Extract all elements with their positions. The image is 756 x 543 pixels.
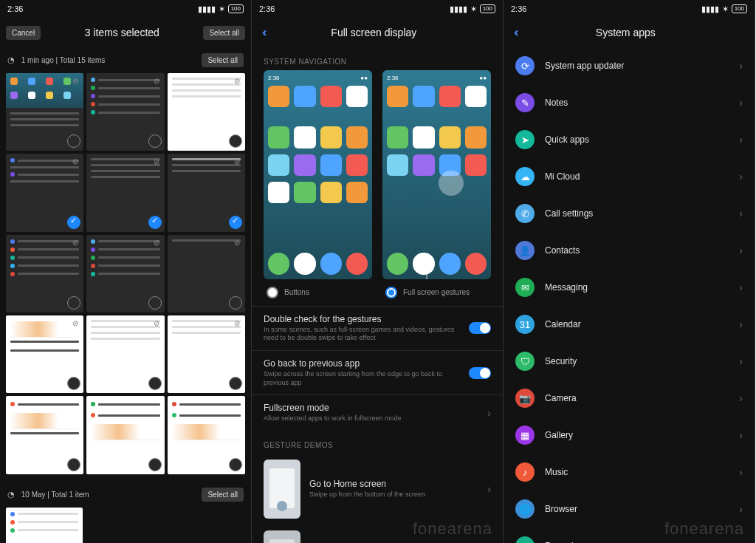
status-bar: 2:36 ▮▮▮▮ ✶ 100 xyxy=(0,0,251,18)
thumb[interactable]: ⊘ xyxy=(86,154,164,231)
app-item-messaging[interactable]: ✉Messaging› xyxy=(504,269,755,306)
thumb[interactable]: ⊘ xyxy=(6,235,83,313)
app-label: Call settings xyxy=(545,208,729,219)
thumb[interactable]: ⊘ xyxy=(168,73,245,151)
toggle-switch[interactable] xyxy=(469,322,491,334)
phone-gallery-selection: 2:36 ▮▮▮▮ ✶ 100 Cancel 3 items selected … xyxy=(0,0,252,543)
status-right: ▮▮▮▮ ✶ 100 xyxy=(450,4,495,14)
toggle-switch[interactable] xyxy=(469,367,491,379)
selection-mark[interactable] xyxy=(148,296,162,310)
selection-mark[interactable] xyxy=(148,216,162,229)
selection-mark[interactable] xyxy=(67,216,80,229)
thumb[interactable]: ⊘ xyxy=(6,315,83,393)
system-apps-header: ‹‹ System apps xyxy=(504,18,755,47)
app-icon: ● xyxy=(515,536,535,543)
selection-mark[interactable] xyxy=(148,377,162,390)
chevron-right-icon: › xyxy=(739,540,743,543)
group-1-select-all[interactable]: Select all xyxy=(202,53,244,67)
status-time: 2:36 xyxy=(511,4,526,13)
nav-choice-buttons[interactable]: 2:36●● xyxy=(264,70,372,298)
chevron-right-icon: › xyxy=(739,245,743,256)
settings-header: ‹‹ Full screen display xyxy=(252,18,503,47)
app-item-quick-apps[interactable]: ➤Quick apps› xyxy=(504,121,755,158)
select-all-button[interactable]: Select all xyxy=(203,26,245,40)
app-label: Mi Cloud xyxy=(545,171,729,182)
app-icon: ✆ xyxy=(515,204,535,223)
radio-icon xyxy=(385,287,397,298)
app-item-notes[interactable]: ✎Notes› xyxy=(504,84,755,121)
status-bar: 2:36 ▮▮▮▮ ✶ 100 xyxy=(504,0,755,18)
app-label: Notes xyxy=(545,98,729,108)
app-item-call-settings[interactable]: ✆Call settings› xyxy=(504,195,755,232)
thumb[interactable]: ⊘ xyxy=(86,315,164,393)
app-item-browser[interactable]: 🌐Browser› xyxy=(504,491,755,527)
group-2-label: ◔ 10 May | Total 1 item xyxy=(7,490,89,499)
section-demos-label: GESTURE DEMOS xyxy=(252,431,503,454)
gallery-scroll[interactable]: ◔ 1 min ago | Total 15 items Select all … xyxy=(0,47,251,543)
app-icon: 🛡 xyxy=(515,352,535,371)
app-item-music[interactable]: ♪Music› xyxy=(504,454,755,491)
status-right: ▮▮▮▮ ✶ 100 xyxy=(701,4,747,14)
thumb[interactable]: ⊘ xyxy=(168,235,245,313)
setting-title: Double check for the gestures xyxy=(264,314,461,324)
app-item-contacts[interactable]: 👤Contacts› xyxy=(504,232,755,269)
app-item-camera[interactable]: 📷Camera› xyxy=(504,380,755,417)
radio-gestures[interactable]: Full screen gestures xyxy=(382,287,470,298)
demo-go-home[interactable]: Go to Home screen Swipe up from the bott… xyxy=(252,454,503,525)
battery-icon: 100 xyxy=(228,4,244,13)
system-apps-list[interactable]: ⟳System app updater›✎Notes›➤Quick apps›☁… xyxy=(504,47,755,543)
chevron-right-icon: › xyxy=(487,483,491,495)
thumb[interactable] xyxy=(6,508,83,543)
radio-buttons[interactable]: Buttons xyxy=(264,287,309,298)
radio-label: Buttons xyxy=(284,288,309,296)
settings-scroll[interactable]: SYSTEM NAVIGATION 2:36●● xyxy=(252,47,503,543)
setting-title: Go back to previous app xyxy=(264,358,461,369)
setting-double-check[interactable]: Double check for the gestures In some sc… xyxy=(252,306,503,350)
selection-mark[interactable] xyxy=(229,296,242,310)
thumb[interactable]: ⊘ xyxy=(86,73,164,151)
thumb[interactable] xyxy=(6,396,83,474)
app-item-security[interactable]: 🛡Security› xyxy=(504,343,755,380)
section-navigation-label: SYSTEM NAVIGATION xyxy=(252,47,503,70)
thumb[interactable] xyxy=(86,396,164,474)
thumb[interactable]: ⊘ xyxy=(6,73,83,151)
group-1-header: ◔ 1 min ago | Total 15 items Select all xyxy=(0,47,251,73)
app-item-mi-cloud[interactable]: ☁Mi Cloud› xyxy=(504,158,755,195)
setting-go-back[interactable]: Go back to previous app Swipe across the… xyxy=(252,350,503,395)
nosync-icon: ⊘ xyxy=(151,238,162,248)
back-button[interactable]: ‹‹ xyxy=(258,26,269,39)
demo-next[interactable] xyxy=(252,525,503,543)
selection-mark[interactable] xyxy=(229,216,242,229)
nosync-icon: ⊘ xyxy=(70,238,80,248)
back-button[interactable]: ‹‹ xyxy=(509,26,520,39)
app-item-gallery[interactable]: ▦Gallery› xyxy=(504,417,755,454)
setting-fullscreen-mode[interactable]: Fullscreen mode Allow selected apps to w… xyxy=(252,395,503,431)
app-label: Camera xyxy=(545,393,729,403)
app-item-calendar[interactable]: 31Calendar› xyxy=(504,306,755,343)
chevron-right-icon: › xyxy=(739,466,743,478)
app-item-recorder[interactable]: ●Recorder› xyxy=(504,527,755,543)
chevron-right-icon: › xyxy=(739,318,743,330)
chevron-right-icon: › xyxy=(739,60,743,72)
setting-sub: Allow selected apps to work in fullscree… xyxy=(264,414,480,423)
selection-mark[interactable] xyxy=(229,458,242,471)
nav-choice-gestures[interactable]: 2:36●● xyxy=(382,70,491,298)
chevron-right-icon: › xyxy=(739,281,743,293)
battery-icon: 100 xyxy=(732,4,747,13)
thumb[interactable]: ⊘ xyxy=(168,315,245,393)
app-label: Quick apps xyxy=(545,134,729,145)
selection-mark[interactable] xyxy=(148,134,162,148)
wifi-icon: ✶ xyxy=(470,4,477,14)
group-2-select-all[interactable]: Select all xyxy=(202,488,244,502)
signal-icon: ▮▮▮▮ xyxy=(198,4,216,14)
thumb[interactable]: ⊘ xyxy=(86,235,164,313)
selection-mark[interactable] xyxy=(67,458,80,471)
thumb[interactable] xyxy=(168,396,245,474)
selection-mark[interactable] xyxy=(148,458,162,471)
app-icon: 🌐 xyxy=(515,499,535,519)
phone-fullscreen-settings: 2:36 ▮▮▮▮ ✶ 100 ‹‹ Full screen display S… xyxy=(252,0,504,543)
thumb[interactable]: ⊘ xyxy=(168,154,245,231)
app-item-system-app-updater[interactable]: ⟳System app updater› xyxy=(504,47,755,84)
cancel-button[interactable]: Cancel xyxy=(6,26,41,40)
thumb[interactable]: ⊘ xyxy=(6,154,83,231)
